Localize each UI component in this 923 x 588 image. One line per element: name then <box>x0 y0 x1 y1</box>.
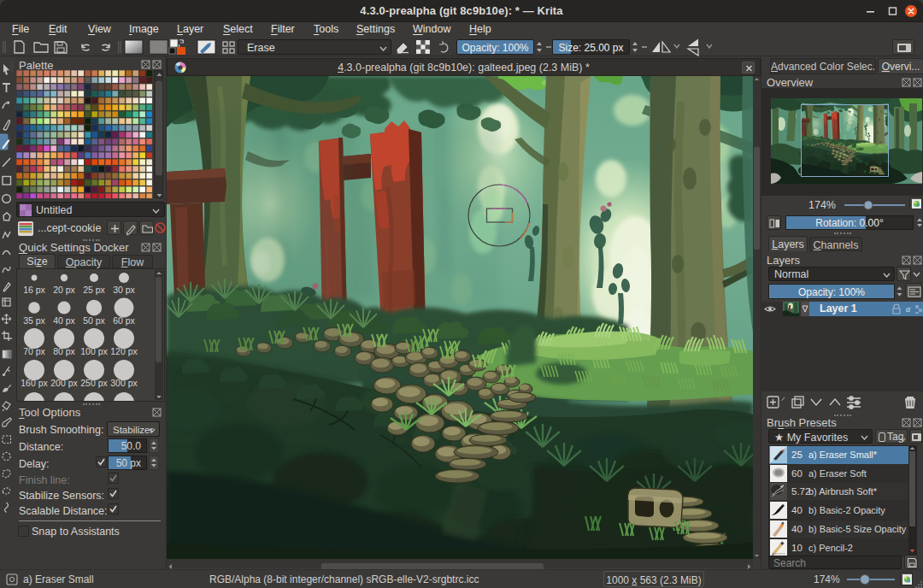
svg-text:16 px: 16 px <box>23 285 45 295</box>
svg-text:40 px: 40 px <box>53 315 75 326</box>
svg-text:α: α <box>906 304 911 314</box>
svg-text:20 px: 20 px <box>53 285 75 295</box>
svg-text:60 px: 60 px <box>113 315 135 326</box>
svg-text:80 px: 80 px <box>53 346 75 356</box>
svg-text:50 px: 50 px <box>83 315 105 326</box>
svg-text:70 px: 70 px <box>23 346 45 356</box>
svg-text:30 px: 30 px <box>113 285 135 295</box>
svg-text:160 px: 160 px <box>21 378 48 388</box>
svg-text:25 px: 25 px <box>83 285 105 295</box>
svg-text:300 px: 300 px <box>110 378 138 388</box>
svg-text:200 px: 200 px <box>50 378 78 388</box>
svg-text:35 px: 35 px <box>23 315 45 326</box>
svg-text:120 px: 120 px <box>110 346 138 356</box>
svg-text:250 px: 250 px <box>80 378 108 388</box>
svg-text:100 px: 100 px <box>80 346 108 356</box>
